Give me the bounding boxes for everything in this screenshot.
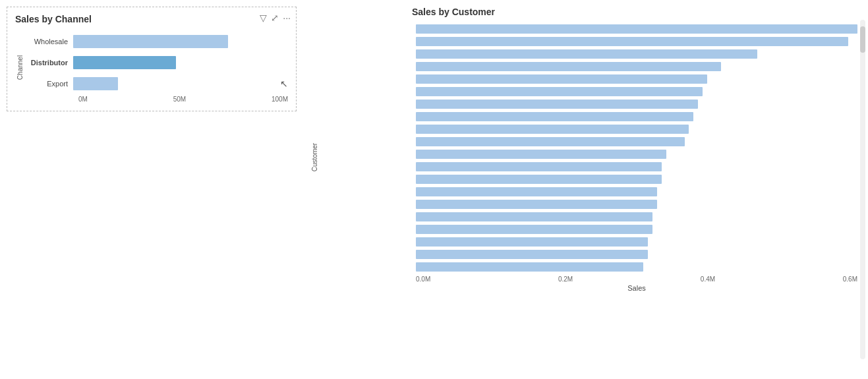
- right-bar-row[interactable]: BTA Corp: [416, 35, 857, 47]
- rx-label-04: 0.4M: [701, 276, 715, 283]
- right-bar-row[interactable]: Pixoboo Corp: [416, 47, 857, 60]
- right-bar-track: [416, 175, 857, 184]
- right-bar-row[interactable]: Deseret Group: [416, 235, 857, 248]
- x-label-100: 100M: [272, 96, 288, 103]
- left-bar-track: [73, 77, 277, 90]
- right-bar-row[interactable]: NCS Group: [416, 110, 857, 123]
- right-bar-row[interactable]: Chatterpoi Corp: [416, 248, 857, 260]
- right-bar-fill: [416, 187, 657, 196]
- right-bar-row[interactable]: Flipbug Ltd: [416, 223, 857, 235]
- right-bar-track: [416, 24, 857, 34]
- right-panel: Sales by Customer Customer Realbuzz LtdB…: [303, 0, 868, 379]
- right-chart-content: Realbuzz LtdBTA CorpPixoboo CorpUS LtdCo…: [320, 22, 857, 292]
- right-x-axis-title: Sales: [416, 284, 857, 292]
- right-bar-row[interactable]: Kare Corp: [416, 123, 857, 135]
- left-y-axis-label: Channel: [17, 55, 24, 80]
- right-bar-fill: [416, 162, 662, 171]
- scrollbar[interactable]: [860, 20, 865, 359]
- right-bar-row[interactable]: Mylan Corp: [416, 148, 857, 160]
- right-bar-row[interactable]: Realbuzz Ltd: [416, 22, 857, 35]
- left-bar-fill: [73, 35, 228, 48]
- right-bar-fill: [416, 237, 648, 247]
- right-bar-track: [416, 37, 857, 46]
- right-bar-track: [416, 112, 857, 121]
- right-bar-track: [416, 62, 857, 71]
- right-y-axis-container: Customer: [310, 22, 320, 292]
- right-bar-row[interactable]: Snaptags Ltd: [416, 85, 857, 98]
- right-bar-track: [416, 262, 857, 272]
- right-bar-fill: [416, 225, 652, 234]
- left-bar-fill: [73, 77, 118, 90]
- right-bar-track: [416, 162, 857, 171]
- right-bar-fill: [416, 24, 857, 34]
- right-bar-track: [416, 200, 857, 209]
- cursor-icon: ↖: [280, 78, 288, 89]
- left-bar-track: [73, 35, 288, 48]
- left-chart-title: Sales by Channel: [15, 14, 288, 24]
- left-bar-fill: [73, 56, 176, 69]
- left-bar-label: Wholesale: [26, 38, 73, 45]
- right-bar-rows: Realbuzz LtdBTA CorpPixoboo CorpUS LtdCo…: [320, 22, 857, 273]
- right-bar-track: [416, 150, 857, 159]
- right-bar-fill: [416, 125, 689, 134]
- right-bar-track: [416, 100, 857, 109]
- right-bar-fill: [416, 112, 693, 121]
- x-label-50: 50M: [173, 96, 186, 103]
- right-bar-row[interactable]: Buzzshare Company: [416, 185, 857, 198]
- right-bar-track: [416, 212, 857, 221]
- rx-label-0: 0.0M: [416, 276, 430, 283]
- right-bar-row[interactable]: Wordtune Company: [416, 210, 857, 223]
- right-y-axis-label: Customer: [312, 143, 319, 171]
- right-bar-row[interactable]: Rochester Group: [416, 135, 857, 148]
- right-bar-fill: [416, 212, 652, 221]
- right-bar-fill: [416, 175, 662, 184]
- rx-label-06: 0.6M: [843, 276, 857, 283]
- right-bar-row[interactable]: Skyble Corp: [416, 160, 857, 173]
- left-bar-rows: WholesaleDistributorExport↖: [26, 32, 288, 93]
- right-bar-fill: [416, 262, 643, 272]
- sales-by-channel-chart: Sales by Channel ▽ ⤢ ··· Channel Wholesa…: [7, 7, 297, 111]
- right-bar-track: [416, 250, 857, 259]
- left-bar-row[interactable]: Export↖: [26, 74, 288, 93]
- right-bar-fill: [416, 74, 707, 84]
- more-icon[interactable]: ···: [283, 13, 291, 23]
- right-bar-track: [416, 87, 857, 96]
- right-bar-row[interactable]: SAFEWAY Ltd: [416, 173, 857, 185]
- left-x-axis: 0M 50M 100M: [26, 96, 288, 103]
- right-bar-row[interactable]: US Ltd: [416, 60, 857, 73]
- left-bar-label: Distributor: [26, 59, 73, 67]
- left-panel: Sales by Channel ▽ ⤢ ··· Channel Wholesa…: [0, 0, 303, 379]
- right-bar-track: [416, 237, 857, 247]
- chart-toolbar: ▽ ⤢ ···: [260, 13, 291, 23]
- right-bar-fill: [416, 100, 698, 109]
- right-bar-track: [416, 187, 857, 196]
- right-bar-fill: [416, 137, 685, 146]
- right-x-axis: 0.0M 0.2M 0.4M 0.6M: [416, 276, 857, 283]
- right-bar-row[interactable]: Shuffledri Group: [416, 198, 857, 210]
- left-bar-row[interactable]: Distributor: [26, 53, 288, 72]
- right-bar-fill: [416, 62, 721, 71]
- right-bar-track: [416, 74, 857, 84]
- expand-icon[interactable]: ⤢: [271, 13, 279, 23]
- right-bar-row[interactable]: Mydo Corp: [416, 98, 857, 110]
- scrollbar-thumb[interactable]: [860, 26, 865, 53]
- right-bar-fill: [416, 37, 848, 46]
- right-chart-title: Sales by Customer: [310, 7, 857, 17]
- right-bar-fill: [416, 250, 648, 259]
- right-bar-track: [416, 49, 857, 59]
- right-bar-fill: [416, 49, 757, 59]
- right-bar-fill: [416, 200, 657, 209]
- left-bar-label: Export: [26, 80, 73, 88]
- right-bar-fill: [416, 150, 666, 159]
- x-label-0: 0M: [78, 96, 88, 103]
- left-bar-row[interactable]: Wholesale: [26, 32, 288, 51]
- left-bar-track: [73, 56, 288, 69]
- right-bar-fill: [416, 87, 703, 96]
- filter-icon[interactable]: ▽: [260, 13, 267, 23]
- right-chart-wrapper: Customer Realbuzz LtdBTA CorpPixoboo Cor…: [310, 22, 857, 292]
- right-bar-row[interactable]: Organon Corp: [416, 260, 857, 273]
- right-bar-row[interactable]: Colgate-Pa Group: [416, 73, 857, 85]
- right-bar-track: [416, 125, 857, 134]
- right-bar-track: [416, 225, 857, 234]
- rx-label-02: 0.2M: [558, 276, 573, 283]
